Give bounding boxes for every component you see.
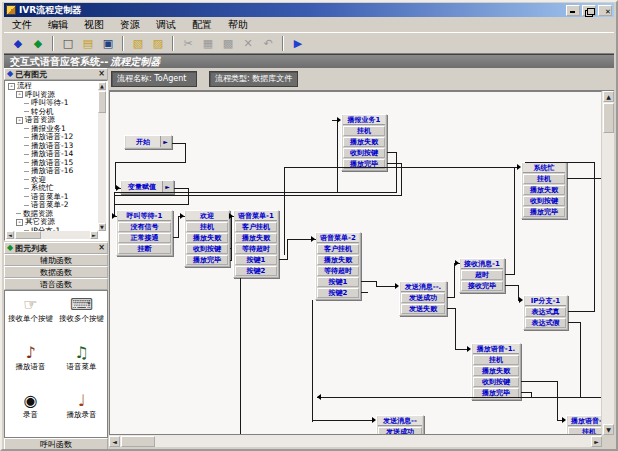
canvas-horizontal-scrollbar[interactable]: ◄ ► xyxy=(109,435,602,447)
scroll-down-icon[interactable]: ▼ xyxy=(98,223,106,231)
node-output-播放失败[interactable]: 播放失败 xyxy=(317,255,359,265)
copy-button[interactable]: ▦ xyxy=(198,34,218,52)
node-output-挂机[interactable]: 挂机 xyxy=(473,355,519,365)
node-output-收到按键[interactable]: 收到按键 xyxy=(523,196,565,206)
node-output-arrow-icon[interactable]: ► xyxy=(160,136,170,147)
node-output-客户挂机[interactable]: 客户挂机 xyxy=(317,244,359,254)
new-file-button[interactable]: □ xyxy=(58,34,78,52)
flow-node-send-message-2[interactable]: 发送消息--发送成功发送失败 xyxy=(376,415,424,435)
node-output-挂机[interactable]: 挂机 xyxy=(568,427,602,435)
node-output-收到按键[interactable]: 收到按键 xyxy=(473,377,519,387)
node-output-正常接通[interactable]: 正常接通 xyxy=(118,233,171,243)
canvas-vscroll-thumb[interactable] xyxy=(603,103,614,133)
canvas-hscroll-thumb[interactable] xyxy=(121,436,155,447)
node-output-播放失败[interactable]: 播放失败 xyxy=(235,233,277,243)
flow-node-start[interactable]: 开始► xyxy=(124,135,172,149)
undo-button[interactable]: ↶ xyxy=(258,34,278,52)
forward-diamond-button[interactable]: ◆ xyxy=(28,34,48,52)
node-output-发送成功[interactable]: 发送成功 xyxy=(401,293,445,303)
node-output-播放失败[interactable]: 播放失败 xyxy=(473,366,519,376)
scroll-left-icon[interactable]: ◄ xyxy=(109,436,120,447)
node-output-发送失败[interactable]: 发送失败 xyxy=(401,304,445,314)
back-diamond-button[interactable]: ◆ xyxy=(8,34,28,52)
category-1[interactable]: 数据函数 xyxy=(4,266,108,278)
close-panel-icon[interactable]: × xyxy=(98,244,105,252)
flow-node-broadcast-service-1[interactable]: 播报业务1挂机播放失败收到按键播放完毕 xyxy=(341,114,387,171)
open-folder-button[interactable]: ▤ xyxy=(78,34,98,52)
node-output-播放失败[interactable]: 播放失败 xyxy=(343,137,385,147)
tree-collapse-icon[interactable]: - xyxy=(16,117,23,124)
import-flow-button[interactable]: ▧ xyxy=(128,34,148,52)
menu-item-2[interactable]: 视图 xyxy=(76,17,112,33)
node-output-收到按键[interactable]: 收到按键 xyxy=(343,148,385,158)
scroll-up-icon[interactable]: ▲ xyxy=(98,82,106,90)
flow-node-if-branch-1[interactable]: IP分支-1表达式真表达式假 xyxy=(523,295,568,330)
scroll-right-icon[interactable]: ► xyxy=(90,231,98,239)
flow-diagram-area[interactable]: 开始►变量赋值►呼叫等待-1没有信号正常接通挂断欢迎挂机播放失败收到按键播放完毕… xyxy=(109,91,602,435)
node-output-挂机[interactable]: 挂机 xyxy=(343,126,385,136)
play-recording-tool[interactable]: ♩播放录音 xyxy=(56,391,107,438)
node-output-挂机[interactable]: 挂机 xyxy=(523,174,565,184)
menu-item-5[interactable]: 配置 xyxy=(184,17,220,33)
node-output-等待超时[interactable]: 等待超时 xyxy=(235,244,277,254)
node-output-超时[interactable]: 超时 xyxy=(461,270,503,280)
node-output-播放失败[interactable]: 播放失败 xyxy=(523,185,565,195)
close-button[interactable] xyxy=(598,5,612,16)
node-output-等待超时[interactable]: 等待超时 xyxy=(317,266,359,276)
node-output-按键1[interactable]: 按键1 xyxy=(317,277,359,287)
node-output-挂机[interactable]: 挂机 xyxy=(186,222,228,232)
canvas-vertical-scrollbar[interactable]: ▲ ▼ xyxy=(602,91,614,435)
node-output-发送成功[interactable]: 发送成功 xyxy=(378,427,422,435)
restore-button[interactable] xyxy=(582,5,596,16)
flow-node-play-voice-1[interactable]: 播放语音-1.挂机播放失败收到按键播放完毕 xyxy=(471,343,521,400)
receive-multi-key-tool[interactable]: ⌨接收多个按键 xyxy=(56,295,107,343)
tree-item-播放语音-16[interactable]: 播放语音-16 xyxy=(6,167,98,176)
node-output-arrow-icon[interactable]: ► xyxy=(162,181,172,192)
node-output-按键2[interactable]: 按键2 xyxy=(235,266,277,276)
tree-hscroll-thumb[interactable] xyxy=(15,231,41,239)
category-call-functions[interactable]: 呼叫函数 xyxy=(4,438,108,451)
record-tool[interactable]: ◉录音 xyxy=(5,391,56,438)
node-output-收到按键[interactable]: 收到按键 xyxy=(186,244,228,254)
category-0[interactable]: 辅助函数 xyxy=(4,254,108,266)
export-flow-button[interactable]: ▨ xyxy=(148,34,168,52)
flow-node-receive-message-1[interactable]: 接收消息-1超时接收完毕 xyxy=(459,258,505,293)
flow-node-voice-menu-2[interactable]: 语音菜单-2客户挂机播放失败等待超时按键1按键2 xyxy=(315,232,361,300)
run-button[interactable]: ▶ xyxy=(288,34,308,52)
tree-collapse-icon[interactable]: - xyxy=(8,83,15,90)
node-output-播放完毕[interactable]: 播放完毕 xyxy=(523,207,565,217)
tree-horizontal-scrollbar[interactable]: ◄ ► xyxy=(6,231,98,239)
receive-single-key-tool[interactable]: ☞接收单个按键 xyxy=(5,295,56,343)
tree-collapse-icon[interactable]: - xyxy=(16,219,23,226)
node-output-表达式真[interactable]: 表达式真 xyxy=(525,307,566,317)
menu-item-6[interactable]: 帮助 xyxy=(220,17,256,33)
flow-node-send-message-1[interactable]: 发送消息--.发送成功发送失败 xyxy=(399,281,447,316)
play-voice-tool[interactable]: ♪播放语音 xyxy=(5,343,56,391)
paste-button[interactable]: ▩ xyxy=(218,34,238,52)
scroll-down-icon[interactable]: ▼ xyxy=(603,424,614,435)
scroll-up-icon[interactable]: ▲ xyxy=(603,91,614,102)
menu-item-4[interactable]: 调试 xyxy=(148,17,184,33)
category-2[interactable]: 语音函数 xyxy=(4,278,108,290)
node-output-客户挂机[interactable]: 客户挂机 xyxy=(235,222,277,232)
minimize-button[interactable] xyxy=(566,5,580,16)
node-output-表达式假[interactable]: 表达式假 xyxy=(525,318,566,328)
menu-item-1[interactable]: 编辑 xyxy=(40,17,76,33)
node-output-没有信号[interactable]: 没有信号 xyxy=(118,222,171,232)
close-panel-icon[interactable]: × xyxy=(98,70,105,78)
menu-item-3[interactable]: 资源 xyxy=(112,17,148,33)
node-output-播放失败[interactable]: 播放失败 xyxy=(186,233,228,243)
flow-node-welcome[interactable]: 欢迎挂机播放失败收到按键播放完毕 xyxy=(184,210,230,267)
save-button[interactable]: ▣ xyxy=(98,34,118,52)
flow-node-voice-menu-1[interactable]: 语音菜单-1客户挂机播放失败等待超时按键1按键2 xyxy=(233,210,279,278)
tree-collapse-icon[interactable]: - xyxy=(16,91,23,98)
flow-node-system-busy[interactable]: 系统忙挂机播放失败收到按键播放完毕 xyxy=(521,162,567,219)
node-output-按键2[interactable]: 按键2 xyxy=(317,288,359,298)
node-output-播放完毕[interactable]: 播放完毕 xyxy=(186,255,228,265)
flow-node-call-wait-1[interactable]: 呼叫等待-1没有信号正常接通挂断 xyxy=(116,210,173,256)
tree-scroll-thumb[interactable] xyxy=(98,91,106,113)
scroll-left-icon[interactable]: ◄ xyxy=(6,231,14,239)
menu-item-0[interactable]: 文件 xyxy=(4,17,40,33)
delete-button[interactable]: ✕ xyxy=(238,34,258,52)
cut-button[interactable]: ✂ xyxy=(178,34,198,52)
